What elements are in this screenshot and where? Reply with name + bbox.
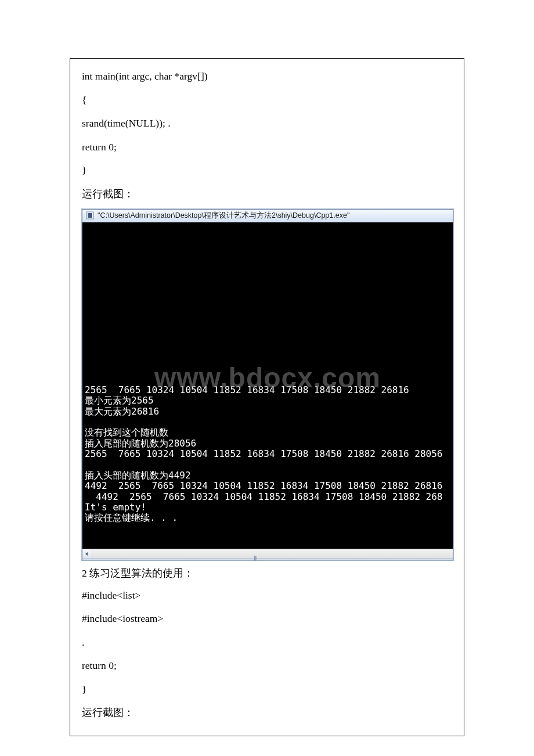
svg-rect-1 bbox=[88, 213, 92, 218]
code-line: #include<iostream> bbox=[82, 611, 452, 626]
console-output: 2565 7665 10324 10504 11852 16834 17508 … bbox=[82, 222, 453, 549]
code-line: #include<list> bbox=[82, 588, 452, 603]
console-window: "C:\Users\Administrator\Desktop\程序设计艺术与方… bbox=[82, 209, 453, 560]
console-titlebar: "C:\Users\Administrator\Desktop\程序设计艺术与方… bbox=[82, 210, 453, 222]
code-line: return 0; bbox=[82, 658, 452, 673]
scrollbar-grip-icon bbox=[254, 556, 258, 561]
code-line: { bbox=[82, 93, 452, 107]
scroll-left-button[interactable] bbox=[82, 549, 92, 559]
console-title-text: "C:\Users\Administrator\Desktop\程序设计艺术与方… bbox=[98, 211, 349, 219]
section-heading: 2 练习泛型算法的使用： bbox=[82, 566, 452, 580]
code-line: srand(time(NULL)); . bbox=[82, 116, 452, 131]
run-screenshot-label: 运行截图： bbox=[82, 187, 452, 201]
run-screenshot-label: 运行截图： bbox=[82, 705, 452, 719]
console-horizontal-scrollbar[interactable] bbox=[82, 549, 453, 559]
console-text: 2565 7665 10324 10504 11852 16834 17508 … bbox=[85, 385, 450, 524]
console-app-icon bbox=[86, 211, 94, 219]
svg-marker-2 bbox=[85, 552, 88, 556]
code-line: } bbox=[82, 163, 452, 178]
console-bottom-border bbox=[82, 559, 453, 560]
code-line: int main(int argc, char *argv[]) bbox=[82, 69, 452, 84]
code-line: return 0; bbox=[82, 140, 452, 154]
code-line: } bbox=[82, 682, 452, 697]
content-frame: int main(int argc, char *argv[]) { srand… bbox=[70, 58, 464, 736]
code-line: . bbox=[82, 635, 452, 650]
document-page: int main(int argc, char *argv[]) { srand… bbox=[0, 0, 534, 756]
